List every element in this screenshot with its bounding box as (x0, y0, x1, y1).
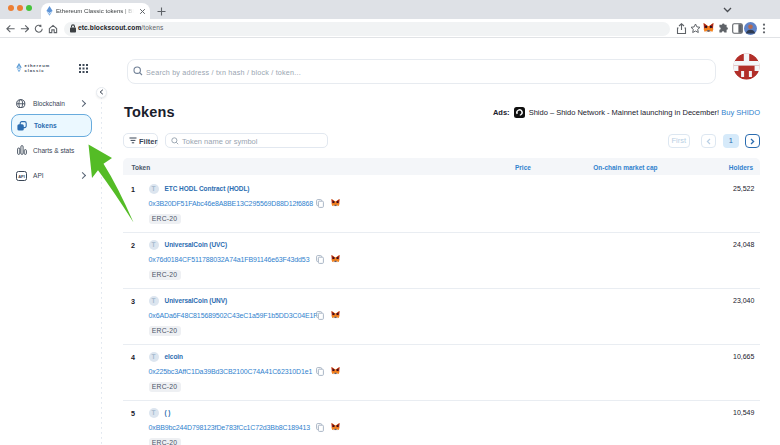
svg-text:API: API (18, 173, 25, 178)
